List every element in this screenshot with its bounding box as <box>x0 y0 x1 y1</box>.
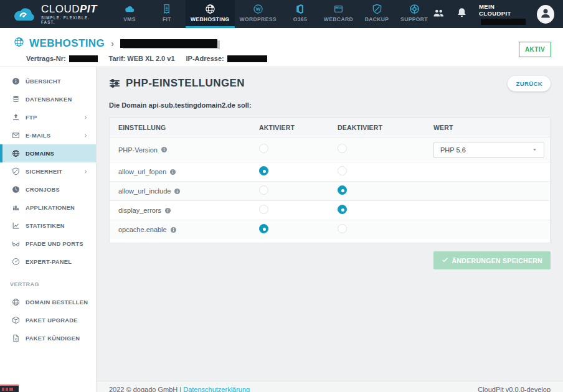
activated-radio[interactable] <box>259 205 268 214</box>
meta-label: Tarif: WEB XL 2.0 v1 <box>109 55 175 62</box>
sidebar-item[interactable]: DOMAINS <box>0 144 96 162</box>
sidebar-item[interactable]: APPLIKATIONEN <box>0 198 96 217</box>
sidebar-item[interactable]: EXPERT-PANEL <box>0 253 96 271</box>
setting-name-cell: allow_url_include <box>118 187 259 195</box>
info-icon[interactable] <box>169 169 176 175</box>
setting-name-cell: PHP-Version <box>118 146 259 154</box>
sidebar-item[interactable]: DOMAIN BESTELLEN <box>0 293 96 311</box>
breadcrumb: WEBHOSTING › <box>14 37 551 50</box>
main-content: PHP-EINSTELLUNGEN ZURÜCK Die Domain api-… <box>97 67 563 392</box>
sidebar-item-label: APPLIKATIONEN <box>26 205 75 211</box>
sidebar-item-label: ÜBERSICHT <box>26 78 61 85</box>
column-header-deactivated: DEAKTIVIERT <box>338 124 433 131</box>
sidebar-item[interactable]: STATISTIKEN <box>0 217 96 235</box>
sidebar-item-label: DATENBANKEN <box>26 96 72 103</box>
sidebar-item[interactable]: SICHERHEIT <box>0 162 96 180</box>
nav-tab[interactable]: WEBHOSTING <box>186 0 235 28</box>
top-navigation-bar: CLOUDPIT SIMPLE. FLEXIBLE. FAST. VMS FIT… <box>0 0 563 28</box>
redacted-account-value <box>481 19 526 25</box>
table-row: allow_url_fopen <box>110 162 550 181</box>
nav-tab[interactable]: VMS <box>111 0 148 28</box>
logo-tagline: SIMPLE. FLEXIBLE. FAST. <box>41 16 102 24</box>
info-icon[interactable] <box>164 207 171 214</box>
nav-tab[interactable]: WORDPRESS <box>235 0 282 28</box>
cloudpit-logo[interactable]: CLOUDPIT SIMPLE. FLEXIBLE. FAST. <box>0 0 111 28</box>
nav-tab-label: O365 <box>293 16 307 22</box>
nav-tab[interactable]: BACKUP <box>358 0 395 28</box>
sidebar-item-label: EXPERT-PANEL <box>26 259 72 265</box>
cloud-icon <box>124 3 135 14</box>
sidebar-item[interactable]: PAKET KÜNDIGEN <box>0 329 96 347</box>
sidebar-item-label: FTP <box>26 114 37 121</box>
setting-name-cell: display_errors <box>118 207 259 214</box>
table-body: PHP-Version PHP 5.6 <box>110 138 550 239</box>
redacted-value <box>227 55 267 62</box>
globe-icon <box>12 298 20 306</box>
package-icon <box>12 316 20 324</box>
sidebar-item-label: CRONJOBS <box>26 187 60 193</box>
sidebar-item-label: SICHERHEIT <box>26 169 62 175</box>
info-icon <box>12 77 20 85</box>
avatar[interactable] <box>537 5 554 24</box>
nav-tab-label: WORDPRESS <box>240 16 277 22</box>
shield-icon <box>12 167 20 175</box>
setting-name: allow_url_fopen <box>118 168 166 175</box>
deactivated-radio[interactable] <box>338 185 347 195</box>
deactivated-radio[interactable] <box>338 205 347 214</box>
sidebar-item[interactable]: PFADE UND PORTS <box>0 235 96 253</box>
cloudpit-app: CLOUDPIT SIMPLE. FLEXIBLE. FAST. VMS FIT… <box>0 0 563 392</box>
sidebar-item[interactable]: FTP <box>0 108 96 126</box>
setting-name: opcache.enable <box>118 226 167 233</box>
activated-radio[interactable] <box>259 144 268 153</box>
setting-name: PHP-Version <box>118 146 158 154</box>
info-icon[interactable] <box>161 146 168 153</box>
privacy-link[interactable]: Datenschutzerklärung <box>183 386 250 392</box>
version-text: CloudPit v0.0.0-develop <box>478 386 551 392</box>
activated-radio[interactable] <box>259 166 268 175</box>
nav-tab-label: BACKUP <box>365 16 389 22</box>
nav-tab[interactable]: FIT <box>148 0 186 28</box>
globe-network-icon <box>205 3 215 14</box>
bell-icon[interactable] <box>456 7 468 21</box>
users-icon[interactable] <box>433 7 445 21</box>
nav-tab[interactable]: SUPPORT <box>395 0 433 28</box>
nav-tab[interactable]: O365 <box>282 0 319 28</box>
apps-icon <box>12 203 20 212</box>
sidebar-item[interactable]: PAKET UPGRADE <box>0 311 96 329</box>
breadcrumb-section[interactable]: WEBHOSTING <box>29 37 105 50</box>
sliders-icon <box>109 78 120 89</box>
deactivated-radio[interactable] <box>338 224 347 233</box>
back-button[interactable]: ZURÜCK <box>508 76 551 91</box>
office-icon <box>295 3 305 14</box>
sidebar-item[interactable]: ÜBERSICHT <box>0 72 96 90</box>
lifebuoy-icon <box>409 3 420 14</box>
deactivated-radio[interactable] <box>338 144 347 153</box>
wordpress-icon <box>253 3 263 14</box>
info-icon[interactable] <box>174 188 181 195</box>
meta-item: Tarif: WEB XL 2.0 v1 <box>109 55 175 62</box>
file-cancel-icon <box>12 334 20 342</box>
activated-radio[interactable] <box>259 224 268 233</box>
logo-wordmark: CLOUDPIT <box>41 4 102 14</box>
meta-item: Vertrags-Nr: <box>26 55 98 62</box>
activated-radio[interactable] <box>259 185 268 195</box>
account-menu[interactable]: MEIN CLOUDPIT <box>479 3 526 25</box>
nav-tab-label: WEBCARD <box>324 16 353 22</box>
sidebar-section-label: VERTRAG <box>10 281 96 287</box>
status-badge: AKTIV <box>519 42 551 57</box>
sidebar-item[interactable]: DATENBANKEN <box>0 90 96 108</box>
sidebar-item[interactable]: CRONJOBS <box>0 180 96 198</box>
database-icon <box>12 95 20 103</box>
nav-tab[interactable]: WEBCARD <box>319 0 358 28</box>
php-version-select[interactable]: PHP 5.6 <box>433 142 544 158</box>
chart-icon <box>12 222 20 230</box>
upload-icon <box>12 113 20 121</box>
info-icon[interactable] <box>170 226 177 233</box>
redacted-value <box>69 55 98 62</box>
setting-name: display_errors <box>118 207 161 214</box>
save-changes-button[interactable]: ÄNDERUNGEN SPEICHERN <box>433 251 551 269</box>
sidebar-item[interactable]: E-MAILS <box>0 126 96 144</box>
table-row: PHP-Version PHP 5.6 <box>110 138 550 162</box>
deactivated-radio[interactable] <box>338 166 347 175</box>
meta-label: Vertrags-Nr: <box>26 55 66 62</box>
